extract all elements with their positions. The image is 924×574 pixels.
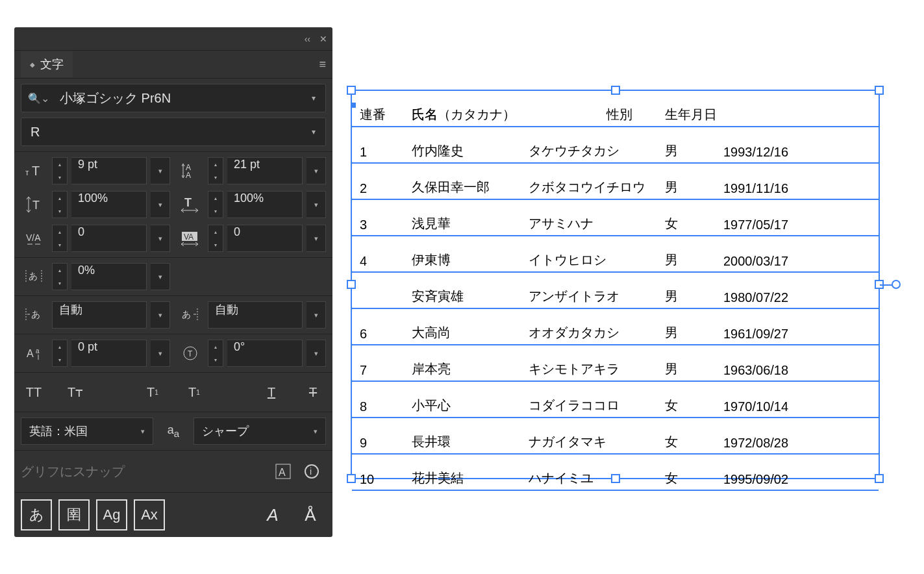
info-icon[interactable]: i <box>297 457 326 486</box>
cell-date: 2000/03/17 <box>723 254 871 269</box>
kerning-spinner[interactable]: ▴▾ <box>52 225 68 252</box>
antialias-icon: aa <box>160 423 187 439</box>
kerning-dropdown[interactable]: ▾ <box>151 225 170 252</box>
table-row: 10花井美結ハナイミユ女1995/09/02 <box>352 455 879 491</box>
svg-text:あ: あ <box>31 309 40 319</box>
aki-after-dropdown[interactable]: ▾ <box>306 301 326 329</box>
font-family-field[interactable]: 🔍⌄ 小塚ゴシック Pr6N ▾ <box>21 84 326 112</box>
handle-bottom-left[interactable] <box>347 474 356 483</box>
cell-kana: ナガイタマキ <box>529 433 665 451</box>
cell-kana: ハナイミユ <box>529 469 665 487</box>
panel-tab-character[interactable]: ◆ 文字 <box>21 51 73 77</box>
baseline-dropdown[interactable]: ▾ <box>151 340 170 367</box>
data-table: 連番 氏名 氏名（カタカナ） 性別 生年月日 1竹内隆史タケウチタカシ男1993… <box>352 91 879 491</box>
panel-menu-icon[interactable]: ≡ <box>319 58 326 71</box>
expand-icon: ◆ <box>30 61 35 68</box>
rotation-spinner[interactable]: ▴▾ <box>208 340 223 367</box>
table-row: 8小平心コダイラココロ女1970/10/14 <box>352 382 879 418</box>
kerning-input[interactable]: 0 <box>71 225 147 252</box>
cell-kana: イトウヒロシ <box>529 251 665 269</box>
out-port[interactable] <box>892 280 901 289</box>
tracking-input[interactable]: 0 <box>227 225 303 252</box>
cell-kana: キシモトアキラ <box>529 360 665 378</box>
handle-bottom-right[interactable] <box>875 474 884 483</box>
leading-input[interactable]: 21 pt <box>227 157 303 184</box>
header-date: 生年月日 <box>665 106 871 123</box>
chevron-down-icon[interactable]: ▾ <box>302 127 325 136</box>
cell-kana: タケウチタカシ <box>529 142 665 160</box>
handle-top-right[interactable] <box>875 86 884 95</box>
leading-dropdown[interactable]: ▾ <box>306 157 326 184</box>
cell-date: 1972/08/28 <box>723 436 871 451</box>
glyph-bounds-button[interactable]: A <box>269 457 297 486</box>
svg-text:A: A <box>279 467 286 478</box>
cell-name: 花井美結 <box>412 469 529 487</box>
tsume-dropdown[interactable]: ▾ <box>151 263 170 290</box>
h-scale-dropdown[interactable]: ▾ <box>306 191 326 218</box>
aki-before-input[interactable]: 自動 <box>52 301 147 329</box>
baseline-input[interactable]: 0 pt <box>71 340 147 367</box>
small-caps-button[interactable]: Tᴛ <box>62 379 88 405</box>
tsume-spinner[interactable]: ▴▾ <box>52 263 68 290</box>
baseline-shift-icon: Aa <box>21 340 48 367</box>
tsume-icon: あ <box>21 263 48 290</box>
font-size-dropdown[interactable]: ▾ <box>151 157 170 184</box>
glyph-snap-4-button[interactable]: Ax <box>134 499 165 530</box>
chevron-down-icon[interactable]: ▾ <box>302 94 325 103</box>
font-size-spinner[interactable]: ▴▾ <box>52 157 68 184</box>
tracking-dropdown[interactable]: ▾ <box>306 225 326 252</box>
svg-text:VA: VA <box>184 232 194 242</box>
glyph-snap-1-button[interactable]: あ <box>21 499 52 530</box>
subscript-button[interactable]: T1 <box>181 379 207 405</box>
h-scale-spinner[interactable]: ▴▾ <box>208 191 223 218</box>
cell-name: 浅見華 <box>412 215 529 232</box>
aki-after-input[interactable]: 自動 <box>208 301 303 329</box>
antialias-select[interactable]: シャープ ▾ <box>194 418 326 445</box>
cell-num: 1 <box>360 145 412 160</box>
glyph-snap-3-button[interactable]: Ag <box>96 499 127 530</box>
cell-num: 4 <box>360 254 412 269</box>
aki-before-dropdown[interactable]: ▾ <box>151 301 170 329</box>
table-row: 1竹内隆史タケウチタカシ男1993/12/16 <box>352 127 879 164</box>
close-icon[interactable]: ✕ <box>319 34 327 44</box>
table-row: 6大高尚オオダカタカシ男1961/09/27 <box>352 309 879 345</box>
superscript-button[interactable]: T1 <box>140 379 166 405</box>
search-icon: 🔍⌄ <box>21 92 56 105</box>
baseline-spinner[interactable]: ▴▾ <box>52 340 68 367</box>
handle-top-middle[interactable] <box>611 86 620 95</box>
snap-to-glyph-label: グリフにスナップ <box>21 463 269 480</box>
handle-middle-left[interactable] <box>347 280 356 289</box>
glyph-snap-5-button[interactable]: A <box>257 499 288 530</box>
kerning-icon: V/A <box>21 225 48 252</box>
glyph-snap-6-button[interactable]: Å <box>295 499 326 530</box>
strikethrough-button[interactable]: T <box>300 379 326 405</box>
all-caps-button[interactable]: TT <box>21 379 47 405</box>
text-frame[interactable]: 連番 氏名 氏名（カタカナ） 性別 生年月日 1竹内隆史タケウチタカシ男1993… <box>351 90 880 479</box>
font-style-field[interactable]: R ▾ <box>21 118 326 146</box>
panel-title: 文字 <box>40 56 64 72</box>
cell-kana: オオダカタカシ <box>529 324 665 342</box>
antialias-value: シャープ <box>202 423 249 439</box>
rotation-dropdown[interactable]: ▾ <box>306 340 326 367</box>
collapse-icon[interactable]: ‹‹ <box>305 34 310 44</box>
handle-top-left[interactable] <box>347 86 356 95</box>
handle-bottom-middle[interactable] <box>611 474 620 483</box>
tsume-input[interactable]: 0% <box>71 263 147 290</box>
in-port[interactable] <box>351 103 356 108</box>
v-scale-spinner[interactable]: ▴▾ <box>52 191 68 218</box>
header-num: 連番 <box>360 106 412 123</box>
v-scale-dropdown[interactable]: ▾ <box>151 191 170 218</box>
font-size-input[interactable]: 9 pt <box>71 157 147 184</box>
underline-button[interactable]: T <box>258 379 284 405</box>
cell-sex: 男 <box>665 360 723 378</box>
leading-spinner[interactable]: ▴▾ <box>208 157 223 184</box>
cell-sex: 女 <box>665 215 723 232</box>
glyph-snap-2-button[interactable]: 圉 <box>58 499 90 530</box>
v-scale-input[interactable]: 100% <box>71 191 147 218</box>
h-scale-input[interactable]: 100% <box>227 191 303 218</box>
tracking-spinner[interactable]: ▴▾ <box>208 225 223 252</box>
cell-sex: 男 <box>665 142 723 160</box>
language-select[interactable]: 英語：米国 ▾ <box>21 418 153 445</box>
rotation-input[interactable]: 0° <box>227 340 303 367</box>
cell-name: 竹内隆史 <box>412 142 529 160</box>
